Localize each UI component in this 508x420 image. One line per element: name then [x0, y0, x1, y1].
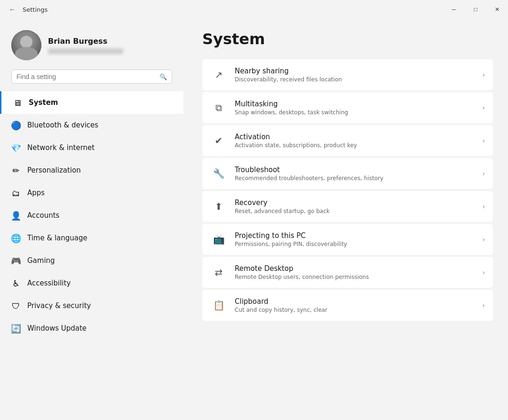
user-profile[interactable]: Brian Burgess [0, 26, 183, 70]
setting-item-nearby-sharing[interactable]: ↗ Nearby sharing Discoverability, receiv… [202, 59, 493, 90]
nearby-sharing-name: Nearby sharing [235, 67, 475, 75]
sidebar-item-gaming[interactable]: 🎮 Gaming [0, 249, 183, 272]
gaming-label: Gaming [27, 256, 55, 265]
app-container: Brian Burgess 🔍 🖥 System 🔵 Bluetooth & d… [0, 19, 508, 420]
network-label: Network & internet [27, 143, 95, 152]
troubleshoot-name: Troubleshoot [235, 166, 475, 174]
minimize-button[interactable]: ─ [443, 0, 465, 19]
recovery-icon: ⬆ [210, 198, 227, 215]
sidebar-item-privacy[interactable]: 🛡 Privacy & security [0, 294, 183, 317]
windows-update-label: Windows Update [27, 324, 87, 333]
bluetooth-label: Bluetooth & devices [27, 121, 98, 129]
nearby-sharing-desc: Discoverability, received files location [235, 76, 475, 83]
troubleshoot-text: Troubleshoot Recommended troubleshooters… [235, 166, 475, 182]
setting-item-troubleshoot[interactable]: 🔧 Troubleshoot Recommended troubleshoote… [202, 158, 493, 189]
accounts-label: Accounts [27, 211, 59, 220]
troubleshoot-chevron: › [482, 170, 485, 177]
user-email [48, 48, 123, 54]
time-label: Time & language [27, 234, 87, 242]
titlebar: ← Settings ─ □ ✕ [0, 0, 508, 19]
app-title: Settings [23, 6, 48, 13]
personalization-icon: ✏️ [11, 166, 21, 175]
privacy-label: Privacy & security [27, 301, 91, 310]
sidebar-item-personalization[interactable]: ✏️ Personalization [0, 159, 183, 182]
sidebar-item-apps[interactable]: 🗂 Apps [0, 182, 183, 204]
sidebar-item-network[interactable]: 💎 Network & internet [0, 136, 183, 159]
sidebar-item-system[interactable]: 🖥 System [0, 91, 183, 114]
search-input[interactable] [16, 73, 156, 80]
apps-icon: 🗂 [11, 188, 21, 198]
nearby-sharing-chevron: › [482, 71, 485, 79]
user-name: Brian Burgess [48, 37, 123, 46]
setting-item-projecting[interactable]: 📺 Projecting to this PC Permissions, pai… [202, 224, 493, 255]
projecting-chevron: › [482, 236, 485, 243]
system-icon: 🖥 [13, 98, 22, 107]
search-box: 🔍 [11, 70, 172, 84]
projecting-desc: Permissions, pairing PIN, discoverabilit… [235, 241, 475, 247]
setting-item-activation[interactable]: ✔ Activation Activation state, subscript… [202, 125, 493, 156]
recovery-text: Recovery Reset, advanced startup, go bac… [235, 198, 475, 214]
apps-label: Apps [27, 189, 45, 197]
remote-desktop-text: Remote Desktop Remote Desktop users, con… [235, 264, 475, 280]
multitasking-name: Multitasking [235, 100, 475, 108]
recovery-desc: Reset, advanced startup, go back [235, 208, 475, 214]
sidebar-item-accessibility[interactable]: ♿ Accessibility [0, 272, 183, 294]
back-button[interactable]: ← [6, 3, 19, 16]
setting-list: ↗ Nearby sharing Discoverability, receiv… [202, 59, 493, 321]
clipboard-name: Clipboard [235, 297, 475, 306]
setting-item-recovery[interactable]: ⬆ Recovery Reset, advanced startup, go b… [202, 191, 493, 222]
user-info: Brian Burgess [48, 37, 123, 54]
time-icon: 🌐 [11, 233, 21, 243]
troubleshoot-desc: Recommended troubleshooters, preferences… [235, 175, 475, 182]
sidebar: Brian Burgess 🔍 🖥 System 🔵 Bluetooth & d… [0, 19, 183, 420]
page-title: System [202, 30, 493, 48]
maximize-button[interactable]: □ [465, 0, 486, 19]
sidebar-nav: 🖥 System 🔵 Bluetooth & devices 💎 Network… [0, 91, 183, 340]
activation-chevron: › [482, 137, 485, 144]
projecting-icon: 📺 [210, 231, 227, 248]
troubleshoot-icon: 🔧 [210, 165, 227, 182]
activation-name: Activation [235, 133, 475, 141]
projecting-name: Projecting to this PC [235, 231, 475, 240]
accessibility-label: Accessibility [27, 279, 71, 287]
multitasking-text: Multitasking Snap windows, desktops, tas… [235, 100, 475, 116]
sidebar-item-windows-update[interactable]: 🔄 Windows Update [0, 317, 183, 340]
close-button[interactable]: ✕ [486, 0, 508, 19]
activation-text: Activation Activation state, subscriptio… [235, 133, 475, 149]
accounts-icon: 👤 [11, 211, 21, 220]
avatar-image [11, 30, 41, 60]
nearby-sharing-icon: ↗ [210, 66, 227, 83]
search-icon: 🔍 [159, 73, 167, 80]
bluetooth-icon: 🔵 [11, 120, 21, 130]
remote-desktop-icon: ⇄ [210, 264, 227, 281]
clipboard-desc: Cut and copy history, sync, clear [235, 307, 475, 313]
sidebar-item-bluetooth[interactable]: 🔵 Bluetooth & devices [0, 114, 183, 136]
avatar [11, 30, 41, 60]
activation-icon: ✔ [210, 132, 227, 149]
window-controls: ─ □ ✕ [443, 0, 508, 19]
sidebar-item-time[interactable]: 🌐 Time & language [0, 227, 183, 249]
setting-item-remote-desktop[interactable]: ⇄ Remote Desktop Remote Desktop users, c… [202, 257, 493, 288]
windows-update-icon: 🔄 [11, 324, 21, 333]
remote-desktop-desc: Remote Desktop users, connection permiss… [235, 274, 475, 280]
system-label: System [29, 98, 58, 107]
clipboard-text: Clipboard Cut and copy history, sync, cl… [235, 297, 475, 313]
multitasking-icon: ⧉ [210, 99, 227, 116]
activation-desc: Activation state, subscriptions, product… [235, 142, 475, 149]
multitasking-desc: Snap windows, desktops, task switching [235, 109, 475, 116]
accessibility-icon: ♿ [11, 278, 21, 288]
setting-item-multitasking[interactable]: ⧉ Multitasking Snap windows, desktops, t… [202, 92, 493, 123]
nearby-sharing-text: Nearby sharing Discoverability, received… [235, 67, 475, 83]
gaming-icon: 🎮 [11, 256, 21, 265]
personalization-label: Personalization [27, 166, 81, 174]
setting-item-clipboard[interactable]: 📋 Clipboard Cut and copy history, sync, … [202, 290, 493, 321]
search-container: 🔍 [0, 70, 183, 91]
content-area: System ↗ Nearby sharing Discoverability,… [183, 19, 508, 420]
sidebar-item-accounts[interactable]: 👤 Accounts [0, 204, 183, 227]
clipboard-chevron: › [482, 301, 485, 309]
recovery-chevron: › [482, 203, 485, 210]
projecting-text: Projecting to this PC Permissions, pairi… [235, 231, 475, 247]
network-icon: 💎 [11, 143, 21, 152]
remote-desktop-name: Remote Desktop [235, 264, 475, 273]
privacy-icon: 🛡 [11, 301, 21, 310]
